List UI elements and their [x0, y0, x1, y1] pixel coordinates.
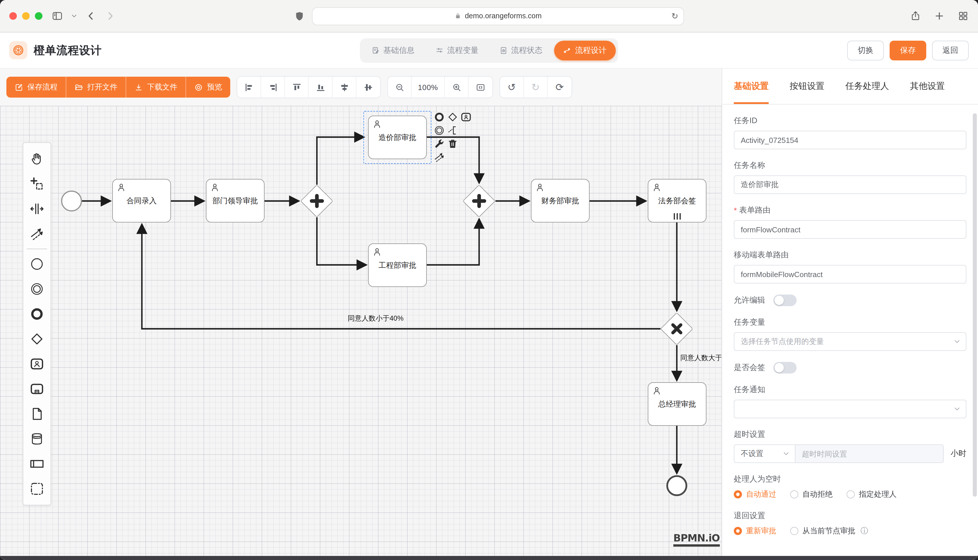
- gateway-icon[interactable]: [23, 327, 51, 352]
- sequence-flow-6[interactable]: [427, 219, 479, 265]
- close-window-button[interactable]: [9, 12, 17, 20]
- panel-tab-按钮设置[interactable]: 按钮设置: [790, 68, 824, 104]
- countersign-toggle[interactable]: [773, 362, 797, 373]
- timeout-mode-select[interactable]: 不设置: [734, 444, 796, 463]
- t-preview-icon: [194, 83, 203, 92]
- tab-流程设计[interactable]: 流程设计: [554, 40, 616, 60]
- save-button[interactable]: 保存: [889, 40, 926, 60]
- toolbar-预览-button[interactable]: 预览: [186, 77, 230, 98]
- refresh-button[interactable]: ⟳: [548, 77, 572, 98]
- parallel-gateway-split[interactable]: [301, 185, 333, 217]
- context-annotation-icon[interactable]: [447, 125, 458, 136]
- tab-流程变量[interactable]: 流程变量: [426, 40, 488, 60]
- fit-view-button[interactable]: [469, 77, 493, 98]
- tab-基础信息[interactable]: 基础信息: [362, 40, 424, 60]
- context-gateway-icon[interactable]: [447, 112, 458, 123]
- field-empty-assignee: 处理人为空时 自动通过 自动拒绝 指定处理人: [734, 474, 966, 500]
- panel-tab-任务处理人[interactable]: 任务处理人: [846, 68, 889, 104]
- zoom-out-button[interactable]: [388, 77, 412, 98]
- context-trash-icon[interactable]: [447, 138, 458, 149]
- tab-overview-icon[interactable]: [958, 10, 969, 22]
- toolbar-保存流程-button[interactable]: 保存流程: [7, 77, 66, 98]
- radio-from-current-node[interactable]: 从当前节点审批ⓘ: [790, 526, 868, 536]
- form-route-input[interactable]: [734, 220, 966, 239]
- parallel-gateway-join[interactable]: [463, 185, 495, 217]
- reload-icon[interactable]: ↻: [672, 12, 678, 20]
- bpmn-io-logo[interactable]: BPMN.iO: [673, 532, 720, 547]
- align-hcenter-button[interactable]: [333, 77, 356, 98]
- task-notify-select[interactable]: [734, 400, 966, 418]
- toolbar-下载文件-button[interactable]: 下载文件: [126, 77, 186, 98]
- task-id-input[interactable]: [734, 131, 966, 149]
- end-event-icon[interactable]: [23, 302, 51, 327]
- tab-流程状态[interactable]: 流程状态: [490, 40, 552, 60]
- task-name-input[interactable]: [734, 175, 966, 194]
- mobile-form-route-input[interactable]: [734, 265, 966, 283]
- general-manager-approval[interactable]: 总经理审批: [648, 382, 707, 426]
- file-icon[interactable]: [23, 402, 51, 427]
- info-icon[interactable]: ⓘ: [861, 526, 868, 536]
- finance-dept-approval[interactable]: 财务部审批: [531, 179, 590, 222]
- space-tool-icon[interactable]: [23, 197, 51, 221]
- toolbar-打开文件-button[interactable]: 打开文件: [66, 77, 126, 98]
- align-left-button[interactable]: [237, 77, 261, 98]
- radio-re-approve[interactable]: 重新审批: [734, 526, 776, 536]
- panel-tab-其他设置[interactable]: 其他设置: [910, 68, 945, 104]
- radio-auto-approve[interactable]: 自动通过: [734, 489, 776, 500]
- lasso-tool-icon[interactable]: [23, 172, 51, 197]
- share-icon[interactable]: [910, 10, 921, 22]
- context-connect-icon[interactable]: [434, 152, 445, 163]
- dept-leader-approval[interactable]: 部门领导审批: [206, 179, 264, 222]
- minimize-window-button[interactable]: [22, 12, 30, 20]
- zoom-level: 100%: [412, 77, 445, 98]
- user-task-icon[interactable]: [23, 352, 51, 377]
- sidebar-icon[interactable]: [52, 10, 63, 22]
- context-ev-end-icon[interactable]: [434, 112, 445, 123]
- hand-tool-icon[interactable]: [23, 147, 51, 172]
- allow-edit-toggle[interactable]: [773, 295, 797, 306]
- context-user-task-icon[interactable]: [460, 112, 471, 123]
- back-icon[interactable]: [85, 10, 97, 22]
- connection-tool-icon[interactable]: [23, 221, 51, 246]
- back-button[interactable]: 返回: [932, 40, 969, 60]
- url-bar[interactable]: demo.orangeforms.com ↻: [312, 7, 684, 25]
- zoom-in-button[interactable]: [445, 77, 469, 98]
- start-event-icon[interactable]: [23, 252, 51, 277]
- redo-button[interactable]: ↻: [524, 77, 548, 98]
- end-event[interactable]: [666, 475, 687, 496]
- chevron-down-icon[interactable]: [71, 13, 77, 19]
- start-event[interactable]: [61, 190, 82, 212]
- contract-entry[interactable]: 合同录入: [112, 179, 171, 222]
- legal-dept-countersign[interactable]: 法务部会签: [648, 179, 707, 222]
- bpmn-canvas[interactable]: 合同录入部门领导审批造价部审批工程部审批财务部审批法务部会签总经理审批 BPMN…: [0, 106, 722, 560]
- new-tab-icon[interactable]: [934, 10, 945, 22]
- timeout-value-input[interactable]: [796, 444, 944, 463]
- radio-assign-handler[interactable]: 指定处理人: [847, 489, 897, 500]
- shield-icon[interactable]: [294, 10, 305, 22]
- forward-icon[interactable]: [105, 10, 116, 22]
- exclusive-gateway[interactable]: [660, 313, 693, 345]
- group-icon[interactable]: [23, 477, 51, 501]
- align-vcenter-icon: [363, 82, 373, 92]
- undo-button[interactable]: ↺: [500, 77, 524, 98]
- sequence-flow-3[interactable]: [317, 137, 364, 185]
- task-variables-select[interactable]: 选择任务节点使用的变量: [734, 332, 966, 351]
- align-bottom-button[interactable]: [309, 77, 333, 98]
- align-vcenter-button[interactable]: [356, 77, 380, 98]
- align-top-button[interactable]: [285, 77, 309, 98]
- data-store-icon[interactable]: [23, 427, 51, 452]
- context-ev-mid-icon[interactable]: [434, 125, 445, 136]
- pool-icon[interactable]: [23, 452, 51, 477]
- switch-button[interactable]: 切换: [847, 40, 884, 60]
- panel-tab-基础设置[interactable]: 基础设置: [734, 68, 769, 104]
- task-label: 财务部审批: [541, 195, 579, 206]
- panel-scrollbar[interactable]: [973, 113, 977, 497]
- zoom-window-button[interactable]: [35, 12, 42, 20]
- align-right-button[interactable]: [261, 77, 285, 98]
- sequence-flow-4[interactable]: [317, 217, 366, 265]
- radio-auto-reject[interactable]: 自动拒绝: [790, 489, 833, 500]
- context-wrench-icon[interactable]: [434, 138, 445, 149]
- intermediate-event-icon[interactable]: [23, 277, 51, 302]
- engineering-dept-approval[interactable]: 工程部审批: [368, 243, 427, 287]
- subprocess-icon[interactable]: [23, 377, 51, 402]
